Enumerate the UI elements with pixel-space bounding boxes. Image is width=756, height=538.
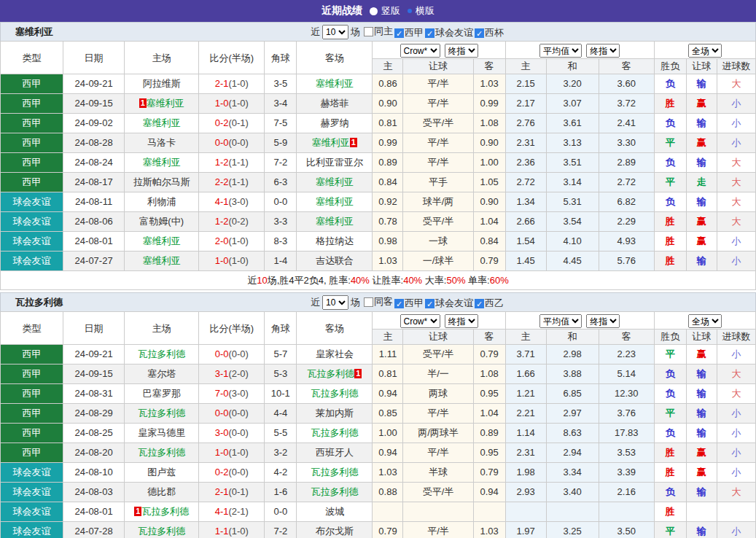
unchecked-checkbox-icon[interactable]: [364, 297, 373, 307]
filter-checkbox[interactable]: ✓西杯: [475, 26, 504, 39]
filter-checkbox[interactable]: 同主: [364, 25, 393, 38]
away-team: 塞维利亚: [297, 212, 373, 232]
team-name-text: 格拉纳达: [316, 235, 354, 246]
match-count-select[interactable]: 10: [322, 25, 348, 39]
col-header-crow-home: 主: [373, 330, 403, 345]
handicap-away-odds: 1.00: [473, 153, 505, 173]
result-handicap: 赢: [686, 443, 717, 463]
red-1-icon: 1: [139, 98, 147, 108]
match-score: 0-2(0-1): [199, 114, 265, 133]
bookmaker-select[interactable]: Crow*: [400, 314, 440, 328]
match-count-select[interactable]: 10: [322, 295, 348, 310]
match-date: 24-08-24: [63, 153, 125, 173]
col-header-corner: 角球: [265, 42, 297, 74]
checked-checkbox-icon[interactable]: ✓: [425, 28, 434, 38]
result-outcome: 负: [654, 424, 686, 443]
match-score: 7-0(3-0): [199, 384, 265, 404]
match-type-badge: 西甲: [1, 345, 63, 364]
checked-checkbox-icon[interactable]: ✓: [394, 299, 404, 308]
red-1-icon: 1: [354, 369, 362, 378]
team-name-text: 瓦拉多利德: [138, 348, 185, 359]
match-score: 2-0(1-0): [199, 232, 265, 252]
col-header-avg-away: 客: [599, 330, 654, 345]
col-header-away: 客场: [297, 42, 373, 74]
checked-checkbox-icon[interactable]: ✓: [475, 28, 484, 38]
handicap-home-odds: 0.94: [373, 443, 403, 463]
avg-draw-odds: 8.63: [546, 424, 599, 443]
checked-checkbox-icon[interactable]: ✓: [394, 28, 404, 38]
filter-checkbox[interactable]: ✓西乙: [475, 297, 504, 310]
result-handicap: 赢: [686, 463, 717, 483]
avg-stage-select[interactable]: 终指: [586, 44, 620, 58]
scope-select[interactable]: 全场: [688, 44, 722, 58]
avg-draw-odds: 2.97: [546, 404, 599, 424]
result-goals: 小: [717, 522, 755, 538]
match-score: 1-0(1-0): [199, 252, 265, 271]
layout-radio-horizontal[interactable]: 横版: [408, 4, 434, 17]
away-team: 西班牙人: [297, 443, 373, 463]
filter-checkbox[interactable]: ✓球会友谊: [425, 297, 473, 310]
result-goals: 小: [717, 232, 755, 252]
bookmaker-select[interactable]: Crow*: [400, 44, 440, 58]
col-header-away: 客场: [297, 312, 373, 345]
recent-results-panel: 近期战绩 竖版 横版 塞维利亚 近 10 场 同主✓西甲✓球会友谊✓西杯: [0, 0, 756, 538]
result-handicap: 输: [686, 252, 717, 271]
handicap-away-odds: 1.03: [473, 522, 505, 538]
radio-selected-icon[interactable]: [370, 7, 378, 15]
team-name-text: 塞维利亚: [316, 78, 354, 89]
layout-radio-vertical[interactable]: 竖版: [370, 4, 400, 17]
match-date: 24-08-01: [63, 502, 125, 522]
full-score: 1-2: [215, 157, 229, 168]
result-handicap: 赢: [686, 345, 717, 364]
red-1-icon: 1: [350, 138, 357, 147]
title-bar: 近期战绩 竖版 横版: [0, 0, 756, 22]
odds-stage-select[interactable]: 终指: [445, 44, 478, 58]
radio-label: 横版: [416, 4, 434, 17]
average-select[interactable]: 平均值: [539, 314, 582, 328]
half-score: (3-0): [228, 196, 248, 207]
team-name-text: 阿拉维斯: [143, 78, 181, 89]
odds-stage-select[interactable]: 终指: [445, 314, 478, 328]
avg-home-odds: 1.54: [505, 232, 546, 252]
away-team: 布尔戈斯: [297, 522, 373, 538]
result-goals: 大: [717, 173, 755, 192]
result-goals: 小: [717, 345, 755, 364]
avg-away-odds: 2.41: [599, 114, 654, 133]
scope-select[interactable]: 全场: [688, 314, 722, 328]
filter-checkbox[interactable]: 同客: [364, 295, 393, 308]
filter-checkboxes: 同客✓西甲✓球会友谊✓西乙: [362, 295, 504, 310]
result-goals: [717, 502, 755, 522]
bookmaker-group-header: Crow*终指: [373, 42, 505, 59]
handicap-home-odds: 1.00: [373, 424, 403, 443]
corner-score: 7-2: [265, 153, 297, 173]
corner-score: 0-0: [265, 192, 297, 212]
checked-checkbox-icon[interactable]: ✓: [475, 299, 484, 308]
result-handicap: 输: [686, 384, 717, 404]
match-date: 24-08-29: [63, 404, 125, 424]
match-row: 西甲24-08-28马洛卡0-0(0-0)5-9塞维利亚10.99平/半0.90…: [1, 133, 756, 153]
avg-draw-odds: 2.98: [546, 345, 599, 364]
col-header-crow-away: 客: [473, 330, 505, 345]
avg-stage-select[interactable]: 终指: [586, 314, 620, 328]
summary-text: 大率:: [422, 275, 446, 286]
col-header-score: 比分(半场): [199, 42, 265, 74]
radio-unselected-icon[interactable]: [408, 9, 412, 13]
result-goals: 大: [717, 212, 755, 232]
result-goals: 小: [717, 252, 755, 271]
average-select[interactable]: 平均值: [539, 44, 582, 58]
team-name-text: 塞维利亚: [143, 255, 181, 266]
filter-checkbox[interactable]: ✓西甲: [394, 297, 424, 310]
match-type-badge: 西甲: [1, 173, 63, 192]
match-type-badge: 球会友谊: [1, 212, 63, 232]
avg-home-odds: 1.98: [505, 463, 546, 483]
unchecked-checkbox-icon[interactable]: [364, 27, 373, 36]
result-outcome: 负: [654, 153, 686, 173]
filter-checkbox[interactable]: ✓西甲: [394, 26, 424, 39]
half-score: (0-0): [228, 467, 248, 477]
team-name-text: 皇家马德里: [138, 427, 185, 438]
result-outcome: 平: [654, 404, 686, 424]
handicap-home-odds: 0.89: [373, 153, 403, 173]
checked-checkbox-icon[interactable]: ✓: [425, 299, 434, 308]
filter-checkbox[interactable]: ✓球会友谊: [425, 26, 473, 39]
result-handicap: 输: [686, 153, 717, 173]
